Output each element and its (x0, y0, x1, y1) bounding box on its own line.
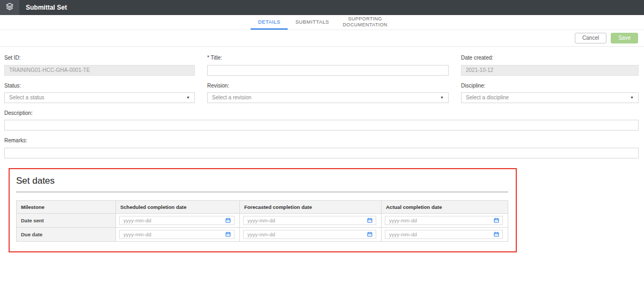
date-sent-actual-date-field[interactable] (385, 216, 503, 225)
table-header-row: Milestone Scheduled completion date Fore… (17, 200, 508, 213)
date-input[interactable] (121, 231, 225, 237)
status-select[interactable]: Select a status ▼ (4, 92, 195, 103)
cancel-button[interactable]: Cancel (575, 33, 606, 44)
discipline-label: Discipline: (461, 83, 639, 89)
date-input[interactable] (386, 231, 493, 237)
date-input[interactable] (245, 231, 367, 237)
calendar-icon[interactable] (493, 231, 500, 237)
set-dates-heading: Set dates (16, 176, 508, 186)
remarks-input[interactable] (4, 148, 639, 158)
due-date-scheduled-date-field[interactable] (119, 230, 235, 239)
remarks-label: Remarks: (4, 137, 639, 143)
app-header: Submittal Set (0, 0, 644, 15)
layers-icon (5, 2, 14, 13)
calendar-icon[interactable] (225, 217, 231, 223)
status-select-value: Select a status (9, 95, 45, 100)
details-form: Set ID: * Title: Date created: Status: S… (0, 47, 644, 252)
chevron-down-icon: ▼ (630, 96, 634, 99)
discipline-field-group: Discipline: Select a discipline ▼ (461, 83, 639, 103)
milestone-label: Due date (17, 227, 116, 241)
discipline-select-value: Select a discipline (466, 95, 509, 100)
tab-bar: DETAILS SUBMITTALS SUPPORTING DOCUMENTAT… (0, 15, 644, 30)
col-header-milestone: Milestone (17, 200, 116, 213)
calendar-icon[interactable] (367, 231, 373, 237)
tab-submittals[interactable]: SUBMITTALS (288, 15, 336, 30)
title-label: * Title: (207, 55, 449, 61)
tab-supporting-documentation[interactable]: SUPPORTING DOCUMENTATION (336, 15, 393, 30)
date-created-input (461, 65, 639, 76)
milestone-label: Date sent (17, 213, 116, 227)
date-created-field-group: Date created: (461, 55, 639, 76)
due-date-forecasted-date-field[interactable] (243, 230, 376, 239)
set-dates-table: Milestone Scheduled completion date Fore… (16, 200, 508, 242)
set-id-input (4, 65, 195, 76)
date-input[interactable] (121, 218, 225, 223)
revision-select-value: Select a revision (212, 95, 251, 100)
save-button[interactable]: Save (611, 33, 638, 44)
date-input[interactable] (245, 218, 367, 223)
title-field-group: * Title: (207, 55, 449, 76)
description-label: Description: (4, 110, 639, 116)
revision-field-group: Revision: Select a revision ▼ (207, 83, 449, 103)
table-row-date-sent: Date sent (17, 213, 508, 227)
calendar-icon[interactable] (367, 217, 373, 223)
calendar-icon[interactable] (493, 217, 500, 223)
app-logo[interactable] (0, 0, 19, 15)
date-sent-forecasted-date-field[interactable] (243, 216, 376, 225)
chevron-down-icon: ▼ (186, 96, 190, 99)
date-input[interactable] (386, 218, 493, 223)
date-created-label: Date created: (461, 55, 639, 61)
tab-details[interactable]: DETAILS (251, 15, 288, 30)
date-sent-scheduled-date-field[interactable] (119, 216, 235, 225)
col-header-actual: Actual completion date (382, 200, 508, 213)
revision-select[interactable]: Select a revision ▼ (207, 92, 449, 103)
set-dates-annotation-box: Set dates Milestone Scheduled completion… (9, 168, 517, 252)
page-title: Submittal Set (26, 4, 67, 11)
set-id-field-group: Set ID: (4, 55, 195, 76)
discipline-select[interactable]: Select a discipline ▼ (461, 92, 639, 103)
chevron-down-icon: ▼ (440, 96, 444, 99)
description-field-group: Description: (4, 110, 639, 131)
remarks-field-group: Remarks: (4, 137, 639, 158)
status-label: Status: (4, 83, 195, 89)
action-bar: Cancel Save (0, 30, 644, 47)
title-input[interactable] (207, 65, 449, 76)
status-field-group: Status: Select a status ▼ (4, 83, 195, 103)
set-id-label: Set ID: (4, 55, 195, 61)
col-header-scheduled: Scheduled completion date (116, 200, 240, 213)
revision-label: Revision: (207, 83, 449, 89)
description-input[interactable] (4, 120, 639, 130)
due-date-actual-date-field[interactable] (385, 230, 503, 239)
table-row-due-date: Due date (17, 227, 508, 241)
section-divider (16, 192, 508, 192)
col-header-forecasted: Forecasted completion date (240, 200, 382, 213)
calendar-icon[interactable] (225, 231, 231, 237)
